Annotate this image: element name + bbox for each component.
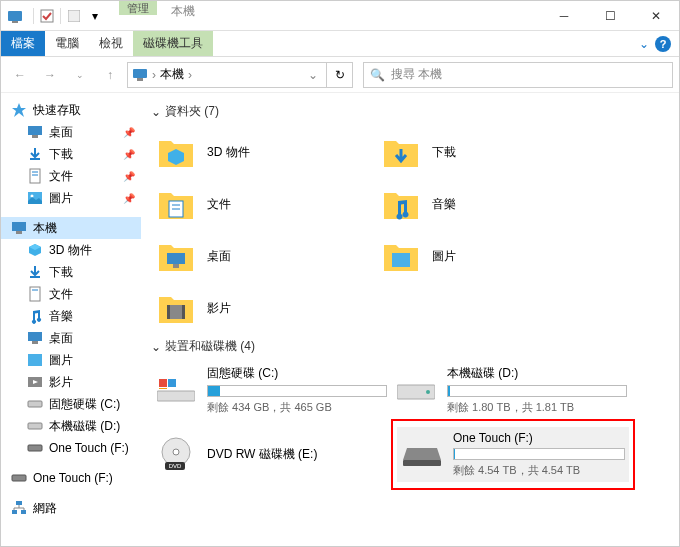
svg-rect-28 [12,510,17,514]
nav-qa-downloads[interactable]: 下載📌 [1,143,141,165]
folder-downloads[interactable]: 下載 [376,126,601,178]
music-icon [27,308,43,324]
svg-rect-41 [168,379,176,387]
navigation-pane: 快速存取 桌面📌 下載📌 文件📌 圖片📌 本機 3D 物件 下載 文件 音樂 桌… [1,93,141,546]
folder-desktop[interactable]: 桌面 [151,230,376,282]
qab-checkbox-icon[interactable] [37,6,57,26]
svg-rect-29 [21,510,26,514]
drive-c[interactable]: 固態硬碟 (C:)剩餘 434 GB，共 465 GB [151,361,391,419]
address-bar: ← → ⌄ ↑ › 本機 › ⌄ ↻ 🔍 搜尋 本機 [1,57,679,93]
svg-rect-38 [182,305,185,319]
nav-drive-f-ext[interactable]: One Touch (F:) [1,467,141,489]
ribbon-tab-computer[interactable]: 電腦 [45,31,89,56]
folder-music[interactable]: 音樂 [376,178,601,230]
nav-quick-access[interactable]: 快速存取 [1,99,141,121]
maximize-button[interactable]: ☐ [587,1,633,31]
svg-rect-3 [68,10,80,22]
collapse-icon: ⌄ [151,105,161,119]
svg-rect-25 [28,445,42,451]
qab-properties-icon[interactable] [64,6,84,26]
dvd-icon: DVD [157,436,195,474]
drive-icon [27,418,43,434]
nav-music[interactable]: 音樂 [1,305,141,327]
folder-documents[interactable]: 文件 [151,178,376,230]
drive-d[interactable]: 本機磁碟 (D:)剩餘 1.80 TB，共 1.81 TB [391,361,631,419]
minimize-button[interactable]: ─ [541,1,587,31]
titlebar: ▾ 管理 本機 ─ ☐ ✕ [1,1,679,31]
search-input[interactable]: 🔍 搜尋 本機 [363,62,673,88]
nav-recent-dropdown[interactable]: ⌄ [67,62,93,88]
svg-rect-15 [16,231,22,234]
nav-network[interactable]: 網路 [1,497,141,519]
documents-icon [27,168,43,184]
refresh-button[interactable]: ↻ [327,62,353,88]
nav-desktop[interactable]: 桌面 [1,327,141,349]
nav-back-button[interactable]: ← [7,62,33,88]
close-button[interactable]: ✕ [633,1,679,31]
nav-pictures[interactable]: 圖片 [1,349,141,371]
group-header-folders[interactable]: ⌄資料夾 (7) [151,103,669,120]
drive-dvd[interactable]: DVD DVD RW 磁碟機 (E:) [151,419,391,490]
nav-qa-documents[interactable]: 文件📌 [1,165,141,187]
folder-icon [157,239,195,273]
downloads-icon [27,264,43,280]
nav-this-pc[interactable]: 本機 [1,217,141,239]
downloads-icon [27,146,43,162]
nav-documents[interactable]: 文件 [1,283,141,305]
folder-videos[interactable]: 影片 [151,282,376,334]
nav-qa-desktop[interactable]: 桌面📌 [1,121,141,143]
svg-text:DVD: DVD [169,463,182,469]
svg-point-44 [426,390,430,394]
nav-qa-pictures[interactable]: 圖片📌 [1,187,141,209]
svg-rect-42 [159,388,167,389]
svg-rect-27 [16,501,22,505]
svg-rect-7 [32,135,38,138]
highlighted-drive: One Touch (F:)剩餘 4.54 TB，共 4.54 TB [391,419,635,490]
documents-icon [27,286,43,302]
nav-drive-c[interactable]: 固態硬碟 (C:) [1,393,141,415]
drive-icon [27,440,43,456]
tab-this-pc[interactable]: 本機 [157,1,209,30]
help-icon[interactable]: ? [655,36,671,52]
nav-downloads[interactable]: 下載 [1,261,141,283]
nav-up-button[interactable]: ↑ [97,62,123,88]
svg-rect-49 [403,460,441,466]
drive-f[interactable]: One Touch (F:)剩餘 4.54 TB，共 4.54 TB [397,427,629,482]
app-icon [7,8,23,24]
pc-icon [132,68,148,82]
svg-rect-4 [133,69,147,78]
folder-3d-objects[interactable]: 3D 物件 [151,126,376,178]
breadcrumb-this-pc[interactable]: 本機 [160,66,184,83]
address-field[interactable]: › 本機 › ⌄ [127,62,327,88]
svg-rect-9 [30,169,40,183]
nav-drive-d[interactable]: 本機磁碟 (D:) [1,415,141,437]
videos-icon [27,374,43,390]
ribbon-tab-file[interactable]: 檔案 [1,31,45,56]
capacity-bar [447,385,627,397]
os-drive-icon [157,377,195,403]
contextual-tab-header: 管理 [119,1,157,15]
svg-rect-35 [392,253,410,267]
ribbon-tab-drive-tools[interactable]: 磁碟機工具 [133,31,213,56]
ribbon-tab-view[interactable]: 檢視 [89,31,133,56]
pictures-icon [27,352,43,368]
address-dropdown-icon[interactable]: ⌄ [304,68,322,82]
nav-forward-button[interactable]: → [37,62,63,88]
svg-rect-5 [137,78,143,81]
svg-rect-24 [28,423,42,429]
ribbon-expand-icon[interactable]: ⌄ [639,37,649,51]
nav-drive-f[interactable]: One Touch (F:) [1,437,141,459]
search-placeholder: 搜尋 本機 [391,66,442,83]
network-icon [11,500,27,516]
svg-rect-6 [28,126,42,135]
group-header-drives[interactable]: ⌄裝置和磁碟機 (4) [151,338,669,355]
qab-dropdown-icon[interactable]: ▾ [85,6,105,26]
nav-videos[interactable]: 影片 [1,371,141,393]
nav-3d-objects[interactable]: 3D 物件 [1,239,141,261]
capacity-bar [453,448,625,460]
folder-icon [382,135,420,169]
svg-rect-39 [157,391,195,401]
svg-rect-19 [28,332,42,341]
folder-pictures[interactable]: 圖片 [376,230,601,282]
svg-rect-33 [167,253,185,264]
